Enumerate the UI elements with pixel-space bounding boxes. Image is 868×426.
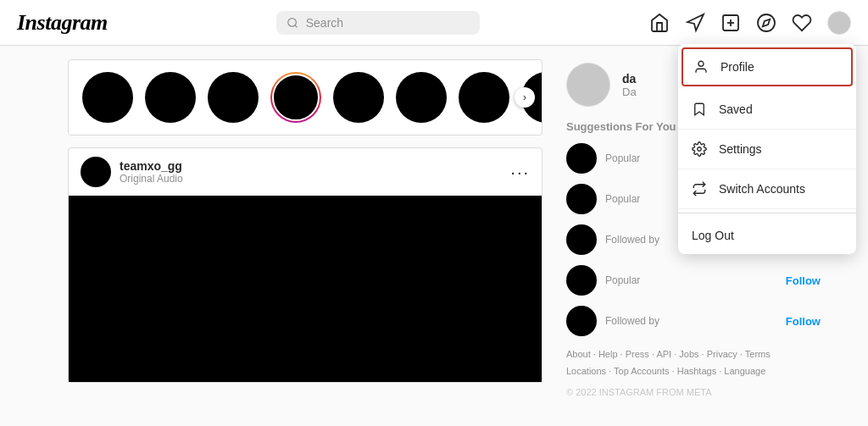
saved-icon bbox=[692, 102, 707, 117]
settings-icon bbox=[692, 141, 707, 157]
story-circle bbox=[208, 72, 259, 123]
footer-link[interactable]: Terms bbox=[745, 349, 771, 359]
instagram-logo: Instagram bbox=[17, 10, 108, 36]
switch-accounts-icon bbox=[692, 181, 707, 196]
suggestion-item: Popular Follow bbox=[566, 265, 821, 296]
story-ring bbox=[270, 72, 321, 123]
dropdown-profile[interactable]: Profile bbox=[682, 47, 853, 86]
follow-button[interactable]: Follow bbox=[786, 274, 821, 287]
dropdown-settings[interactable]: Settings bbox=[678, 130, 856, 169]
story-item[interactable] bbox=[459, 72, 509, 123]
feed: › teamxo_gg Original Audio ··· bbox=[68, 59, 542, 397]
header: Instagram bbox=[0, 0, 868, 46]
story-item[interactable] bbox=[333, 72, 384, 123]
switch-accounts-label: Switch Accounts bbox=[719, 182, 805, 196]
post: teamxo_gg Original Audio ··· bbox=[68, 147, 542, 383]
story-circle bbox=[459, 72, 509, 123]
user-avatar[interactable] bbox=[827, 11, 851, 35]
logout-label: Log Out bbox=[692, 229, 734, 242]
post-audio: Original Audio bbox=[120, 173, 183, 185]
create-icon[interactable] bbox=[721, 13, 741, 33]
post-user: teamxo_gg Original Audio bbox=[81, 157, 183, 187]
suggestion-info: Followed by bbox=[605, 315, 777, 327]
sidebar-display-name: Da bbox=[622, 86, 637, 98]
svg-point-0 bbox=[288, 18, 297, 26]
post-header: teamxo_gg Original Audio ··· bbox=[69, 148, 542, 196]
stories-next-button[interactable]: › bbox=[515, 87, 535, 108]
footer-link[interactable]: API bbox=[656, 349, 671, 359]
settings-label: Settings bbox=[719, 142, 762, 156]
suggestion-avatar bbox=[566, 143, 597, 174]
saved-label: Saved bbox=[719, 102, 753, 116]
footer-link[interactable]: Help bbox=[598, 349, 618, 359]
activity-icon[interactable] bbox=[792, 13, 812, 33]
story-circle bbox=[333, 72, 384, 123]
footer-link[interactable]: Jobs bbox=[679, 349, 698, 359]
dropdown-switch-accounts[interactable]: Switch Accounts bbox=[678, 169, 856, 209]
footer-link[interactable]: Language bbox=[724, 366, 765, 376]
stories-bar: › bbox=[68, 59, 542, 136]
story-inner bbox=[272, 74, 320, 121]
suggestion-avatar bbox=[566, 306, 597, 336]
story-circle bbox=[82, 72, 133, 123]
search-input[interactable] bbox=[306, 16, 470, 30]
footer-link[interactable]: Top Accounts bbox=[614, 366, 669, 376]
dropdown-logout[interactable]: Log Out bbox=[678, 217, 856, 254]
follow-button[interactable]: Follow bbox=[786, 315, 821, 328]
post-more-button[interactable]: ··· bbox=[510, 163, 530, 182]
story-item[interactable] bbox=[270, 72, 321, 123]
home-icon[interactable] bbox=[649, 13, 670, 33]
sidebar-avatar bbox=[566, 63, 610, 107]
footer-link[interactable]: Locations bbox=[566, 366, 606, 376]
post-avatar bbox=[81, 157, 111, 187]
footer-copyright: © 2022 INSTAGRAM FROM META bbox=[566, 387, 821, 397]
svg-point-8 bbox=[698, 61, 704, 66]
suggestion-avatar bbox=[566, 265, 597, 296]
suggestion-sub: Followed by bbox=[605, 315, 777, 327]
dropdown-divider bbox=[678, 213, 856, 213]
footer-link[interactable]: About bbox=[566, 349, 591, 359]
story-item[interactable] bbox=[208, 72, 259, 123]
suggestions-title: Suggestions For You bbox=[566, 120, 676, 133]
suggestion-avatar bbox=[566, 224, 597, 255]
footer-link[interactable]: Hashtags bbox=[677, 366, 716, 376]
search-bar[interactable] bbox=[276, 11, 480, 35]
post-username[interactable]: teamxo_gg bbox=[120, 159, 183, 173]
reels-icon[interactable] bbox=[756, 13, 776, 33]
profile-label: Profile bbox=[721, 60, 754, 74]
sidebar-username[interactable]: da bbox=[622, 72, 637, 86]
footer-links: About · Help · Press · API · Jobs · Priv… bbox=[566, 346, 821, 380]
dropdown-saved[interactable]: Saved bbox=[678, 90, 856, 130]
footer-link[interactable]: Press bbox=[626, 349, 649, 359]
post-image bbox=[69, 196, 542, 382]
svg-point-9 bbox=[698, 147, 702, 152]
story-circle bbox=[396, 72, 447, 123]
sidebar-user-info: da Da bbox=[622, 72, 637, 98]
story-item[interactable] bbox=[82, 72, 133, 123]
dropdown-menu: Profile Saved Settings Switch Ac bbox=[678, 44, 856, 254]
footer-link[interactable]: Privacy bbox=[707, 349, 737, 359]
svg-marker-7 bbox=[763, 19, 770, 25]
svg-point-6 bbox=[758, 14, 775, 31]
explore-icon[interactable] bbox=[685, 13, 705, 33]
story-circle bbox=[145, 72, 196, 123]
suggestion-item: Followed by Follow bbox=[566, 306, 821, 336]
svg-marker-2 bbox=[687, 14, 704, 30]
svg-line-1 bbox=[295, 25, 298, 27]
profile-icon bbox=[693, 59, 709, 75]
search-icon bbox=[287, 16, 298, 30]
story-item[interactable] bbox=[396, 72, 447, 123]
post-user-info: teamxo_gg Original Audio bbox=[120, 159, 183, 185]
story-item[interactable] bbox=[145, 72, 196, 123]
suggestion-info: Popular bbox=[605, 274, 777, 286]
suggestion-avatar bbox=[566, 184, 597, 214]
suggestion-sub: Popular bbox=[605, 274, 777, 286]
nav-icons bbox=[649, 11, 851, 35]
